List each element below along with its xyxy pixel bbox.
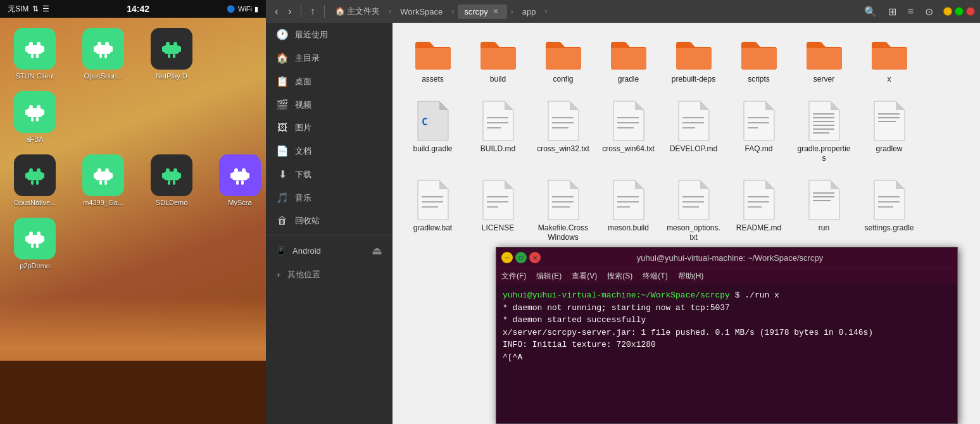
nav-back-button[interactable]: ‹ <box>271 3 282 20</box>
file-item-run[interactable]: run <box>794 174 854 248</box>
file-label-build-md: BUILD.md <box>481 144 515 154</box>
sort-button[interactable]: ≡ <box>904 3 917 20</box>
app-icon-netplay <box>151 28 192 70</box>
app-item-p2pdemo[interactable]: p2pDemo <box>6 218 63 270</box>
app-item-opussound[interactable]: OpusSoun... <box>75 28 132 80</box>
sidebar-label-pictures: 图片 <box>295 122 311 134</box>
sidebar-item-music[interactable]: 🎵 音乐 <box>266 186 393 209</box>
file-item-makefile[interactable]: Makefile.CrossWindows <box>533 174 593 248</box>
breadcrumb-scrcpy[interactable]: scrcpy ✕ <box>458 4 507 19</box>
sidebar-item-recent[interactable]: 🕐 最近使用 <box>266 23 393 46</box>
pictures-icon: 🖼 <box>276 122 289 134</box>
sidebar-item-other[interactable]: + 其他位置 <box>266 263 393 286</box>
file-label-cross-win64: cross_win64.txt <box>602 144 655 154</box>
file-item-prebuilt[interactable]: prebuilt-deps <box>663 33 724 90</box>
svg-rect-58 <box>27 235 42 244</box>
app-item-m4399[interactable]: m4399_Ga... <box>75 154 132 206</box>
breadcrumb-scrcpy-label: scrcpy <box>464 7 488 16</box>
file-item-cross-win64[interactable]: cross_win64.txt <box>598 95 658 169</box>
sidebar-divider <box>266 235 393 235</box>
file-item-faq-md[interactable]: FAQ.md <box>729 95 789 169</box>
app-item-myscra[interactable]: MyScra <box>211 154 266 206</box>
breadcrumb-workspace[interactable]: WorkSpace <box>395 4 448 19</box>
file-item-gradlew[interactable]: gradlew <box>859 95 919 169</box>
terminal-menu-file[interactable]: 文件(F) <box>501 271 526 282</box>
sidebar-item-trash[interactable]: 🗑 回收站 <box>266 209 393 232</box>
terminal-menu-terminal[interactable]: 终端(T) <box>643 271 667 282</box>
terminal-window-controls: ─ □ ✕ <box>501 252 541 263</box>
terminal-output-line5: ^[^A <box>503 351 951 364</box>
file-item-gradle[interactable]: gradle <box>598 33 658 90</box>
terminal-output-line1: * daemon not running; starting now at tc… <box>503 302 951 315</box>
file-item-meson-options[interactable]: meson_options.txt <box>663 174 724 248</box>
file-label-config: config <box>553 75 573 85</box>
file-item-meson-build[interactable]: meson.build <box>598 174 658 248</box>
file-label-faq-md: FAQ.md <box>744 144 772 154</box>
terminal-body[interactable]: yuhui@yuhui-virtual-machine:~/WorkSpace/… <box>496 284 957 423</box>
app-icon-afba <box>14 91 56 133</box>
svg-rect-60 <box>41 236 44 242</box>
terminal-output-line3: x/server/scrcpy-server.jar: 1 file pushe… <box>503 327 951 339</box>
view-toggle-button[interactable]: ⊞ <box>884 3 900 20</box>
app-item-netplay[interactable]: NetPlay D <box>143 28 200 80</box>
breadcrumb-home[interactable]: 🏠 主文件夹 <box>330 3 386 20</box>
app-icon-sdldemo <box>151 154 192 196</box>
terminal-menu-view[interactable]: 查看(V) <box>572 271 597 282</box>
svg-rect-62 <box>36 244 39 248</box>
app-item-stun[interactable]: STUN Client <box>6 28 63 80</box>
nav-forward-button[interactable]: › <box>284 3 295 20</box>
file-item-gradlew-bat[interactable]: gradlew.bat <box>403 174 463 248</box>
search-button[interactable]: 🔍 <box>860 3 881 20</box>
file-item-assets[interactable]: assets <box>403 33 463 90</box>
app-item-sdldemo[interactable]: SDLDemo <box>143 154 200 206</box>
file-label-meson-build: meson.build <box>608 223 649 234</box>
file-item-develop-md[interactable]: DEVELOP.md <box>663 95 724 169</box>
android-robot-icon4 <box>22 99 47 125</box>
minimize-button[interactable] <box>943 7 952 16</box>
fm-toolbar-right: 🔍 ⊞ ≡ ⊙ <box>860 3 975 20</box>
sidebar-item-home[interactable]: 🏠 主目录 <box>266 46 393 70</box>
terminal-menu-help[interactable]: 帮助(H) <box>678 271 704 282</box>
sidebar-item-desktop[interactable]: 📋 桌面 <box>266 70 393 93</box>
terminal-minimize-button[interactable]: ─ <box>501 252 513 263</box>
breadcrumb-app[interactable]: app <box>517 4 541 19</box>
fm-sidebar: 🕐 最近使用 🏠 主目录 📋 桌面 🎬 视频 🖼 图片 📄 文档 <box>266 23 393 424</box>
file-item-build-md[interactable]: BUILD.md <box>468 95 528 169</box>
sidebar-item-documents[interactable]: 📄 文档 <box>266 139 393 163</box>
sidebar-item-android[interactable]: 📱 Android ⏏ <box>266 238 393 263</box>
folder-icon-gradle <box>608 38 649 72</box>
file-item-config[interactable]: config <box>533 33 593 90</box>
file-item-build-gradle[interactable]: C build.gradle <box>403 95 463 169</box>
app-item-afba[interactable]: aFBA <box>6 91 63 143</box>
file-label-readme: README.md <box>736 223 781 234</box>
file-item-scripts[interactable]: scripts <box>729 33 789 90</box>
sidebar-item-pictures[interactable]: 🖼 图片 <box>266 116 393 139</box>
app-item-opusnative[interactable]: OpusNative... <box>6 154 63 206</box>
svg-rect-39 <box>110 173 113 178</box>
file-item-build[interactable]: build <box>468 33 528 90</box>
close-button[interactable] <box>966 7 975 16</box>
terminal-menu-edit[interactable]: 编辑(E) <box>536 271 562 282</box>
file-item-server[interactable]: server <box>794 33 854 90</box>
file-item-readme[interactable]: README.md <box>729 174 789 248</box>
sidebar-label-desktop: 桌面 <box>295 76 311 87</box>
sidebar-label-documents: 文档 <box>295 146 311 157</box>
file-item-settings-gradle[interactable]: settings.gradle <box>859 174 919 248</box>
sidebar-item-video[interactable]: 🎬 视频 <box>266 93 393 116</box>
file-item-x[interactable]: x <box>859 33 919 90</box>
maximize-button[interactable] <box>955 7 964 16</box>
overflow-button[interactable]: ⊙ <box>921 3 937 20</box>
file-icon-gradle-props <box>807 100 842 142</box>
close-tab-button[interactable]: ✕ <box>491 7 501 16</box>
nav-up-button[interactable]: ↑ <box>306 3 319 20</box>
terminal-menu-search[interactable]: 搜索(S) <box>607 271 632 282</box>
file-item-license[interactable]: LICENSE <box>468 174 528 248</box>
file-item-cross-win32[interactable]: cross_win32.txt <box>533 95 593 169</box>
sidebar-item-downloads[interactable]: ⬇ 下载 <box>266 163 393 186</box>
svg-rect-34 <box>36 180 39 185</box>
terminal-maximize-button[interactable]: □ <box>515 252 527 263</box>
file-item-gradle-props[interactable]: gradle.properties <box>794 95 854 169</box>
window-controls <box>943 7 975 16</box>
wifi-icon: WiFi <box>238 5 252 13</box>
terminal-close-button[interactable]: ✕ <box>529 252 541 263</box>
